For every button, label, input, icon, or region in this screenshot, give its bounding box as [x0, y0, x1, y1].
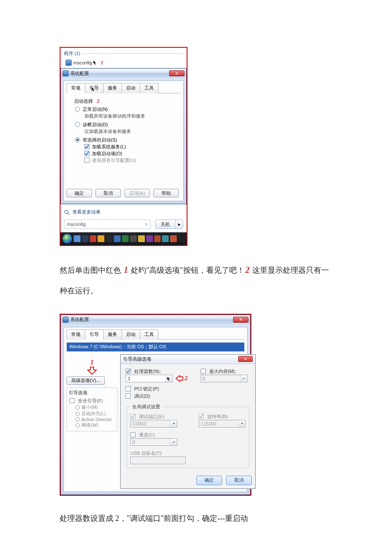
inline-annot-1: 1	[123, 265, 129, 275]
check-safe-boot[interactable]	[69, 398, 75, 403]
start-orb[interactable]	[62, 234, 72, 244]
ok-button[interactable]: 确定	[66, 189, 92, 197]
annotation-2: 2	[97, 98, 100, 104]
close-button[interactable]: ✕	[238, 356, 253, 362]
help-button[interactable]: 帮助	[153, 189, 179, 197]
close-button[interactable]: ✕	[233, 317, 248, 323]
titlebar[interactable]: 系统配置 ✕	[61, 315, 250, 324]
processors-select[interactable]: 1 ▾	[126, 375, 173, 382]
clear-icon[interactable]: ×	[145, 222, 148, 227]
inner-titlebar[interactable]: 引导高级选项 ✕	[121, 355, 255, 364]
maxmem-input[interactable]: 0 ▴▾	[201, 375, 248, 382]
tab-tools[interactable]: 工具	[140, 83, 159, 93]
check-baud[interactable]	[199, 414, 204, 419]
taskbar-icon[interactable]	[170, 235, 177, 242]
window-icon	[63, 70, 69, 76]
tabs: 常规 引导 服务 启动 工具	[66, 83, 181, 93]
check-load-startup-label: 加载启动项(O)	[92, 150, 122, 156]
tab-startup[interactable]: 启动	[121, 330, 140, 340]
radio-diagnostic[interactable]	[75, 122, 80, 127]
see-more-results[interactable]: 查看更多结果	[61, 204, 187, 218]
baud-select[interactable]: 115200 ▾	[199, 420, 245, 428]
screenshot-1: 程序 (1) msconfig 1 系统配置 ✕	[60, 47, 187, 246]
taskbar-icon[interactable]	[74, 235, 81, 242]
taskbar-icon[interactable]	[130, 235, 137, 242]
radio-network[interactable]	[75, 423, 80, 428]
spinner-icon[interactable]: ▴▾	[170, 439, 177, 445]
search-input[interactable]: msconfig ×	[64, 220, 151, 229]
taskbar-icon[interactable]	[98, 235, 104, 242]
apply-button[interactable]: 应用(A)	[124, 189, 150, 197]
window-body: 常规 引导 服务 启动 工具 启动选择 2 正常	[63, 81, 184, 201]
shutdown-button[interactable]: 关机 ▸	[155, 220, 183, 229]
taskbar-icon[interactable]	[106, 235, 112, 242]
check-channel[interactable]	[130, 432, 135, 437]
check-debug[interactable]	[126, 393, 131, 399]
channel-input[interactable]: 0 ▴▾	[130, 438, 177, 446]
check-debug-port[interactable]	[130, 414, 135, 419]
tab-boot[interactable]: 引导	[85, 330, 104, 340]
radio-ad[interactable]	[75, 417, 80, 422]
taskbar-icon[interactable]	[162, 235, 169, 242]
startup-group-label: 启动选择	[74, 98, 93, 104]
boot-options-title: 引导选项	[69, 390, 115, 396]
usb-target-label: USB 目标名(T):	[130, 450, 163, 457]
tab-tools[interactable]: 工具	[140, 330, 159, 340]
svg-point-0	[65, 210, 68, 214]
tab-services[interactable]: 服务	[103, 330, 122, 340]
taskbar-icon[interactable]	[82, 235, 89, 242]
usb-target-input[interactable]	[130, 457, 186, 464]
taskbar-icon[interactable]	[178, 235, 185, 242]
annotation-2: 2	[175, 375, 188, 382]
tab-general[interactable]: 常规	[66, 330, 85, 340]
radio-selective-label: 有选择的启动(S)	[83, 137, 117, 143]
tab-general[interactable]: 常规	[66, 83, 85, 93]
radio-selective[interactable]	[75, 137, 80, 142]
dropdown-icon[interactable]: ▾	[238, 420, 245, 427]
debug-port-select[interactable]: COM1: ▾	[130, 420, 177, 428]
see-more-label: 查看更多结果	[72, 209, 101, 215]
dropdown-icon[interactable]: ▾	[170, 420, 177, 427]
taskbar-icon[interactable]	[138, 235, 145, 242]
radio-diagnostic-label: 诊断启动(D)	[83, 121, 108, 127]
spinner-icon[interactable]: ▴▾	[240, 375, 247, 382]
annotation-1: 1	[101, 59, 104, 66]
tab-startup[interactable]: 启动	[121, 83, 140, 93]
cancel-button[interactable]: 取消	[95, 189, 121, 197]
baud-value: 115200	[199, 421, 238, 426]
msconfig-icon	[66, 60, 72, 66]
taskbar-icon[interactable]	[114, 235, 121, 242]
check-load-services[interactable]	[84, 144, 89, 149]
radio-altshell[interactable]	[75, 412, 80, 416]
advanced-options-button[interactable]: 高级选项(V)...	[66, 376, 105, 385]
check-load-startup[interactable]	[84, 151, 89, 156]
titlebar[interactable]: 系统配置 ✕	[61, 69, 186, 78]
search-value: msconfig	[67, 222, 86, 227]
boot-advanced-dialog: 引导高级选项 ✕ 处理器数(N):	[120, 354, 256, 489]
radio-min[interactable]	[75, 405, 80, 410]
body-paragraph-1: 然后单击图中红色 1 处旳"高级选项"按钮，看见了吧！2 这里显示处理器只有一种…	[60, 259, 332, 301]
window-title: 系统配置	[70, 316, 89, 323]
cancel-button[interactable]: 取消	[226, 476, 252, 485]
tabs: 常规 引导 服务 启动 工具	[66, 329, 245, 340]
shutdown-label: 关机	[156, 220, 175, 228]
ok-button[interactable]: 确定	[196, 476, 222, 485]
taskbar	[61, 232, 187, 245]
taskbar-icon[interactable]	[90, 235, 97, 242]
channel-value: 0	[131, 439, 170, 445]
start-result-msconfig[interactable]: msconfig 1	[64, 58, 183, 67]
check-maxmem[interactable]	[201, 369, 206, 374]
taskbar-icon[interactable]	[122, 235, 129, 242]
close-button[interactable]: ✕	[169, 70, 184, 76]
radio-normal[interactable]	[75, 107, 80, 112]
boot-options-group: 引导选项 安全引导(F) 最小(M) 其他外壳(L) Active Direct…	[66, 387, 118, 431]
boot-entry[interactable]: Windows 7 (C:\Windows)：当前 OS；默认 OS	[66, 342, 245, 352]
shutdown-arrow[interactable]: ▸	[175, 220, 183, 228]
taskbar-icon[interactable]	[154, 235, 161, 242]
check-processors[interactable]	[126, 369, 131, 374]
tab-services[interactable]: 服务	[103, 83, 122, 93]
taskbar-icon[interactable]	[146, 235, 153, 242]
processors-value: 1	[126, 376, 165, 381]
check-pci-lock[interactable]	[126, 386, 131, 391]
check-use-original-boot[interactable]	[84, 158, 89, 163]
